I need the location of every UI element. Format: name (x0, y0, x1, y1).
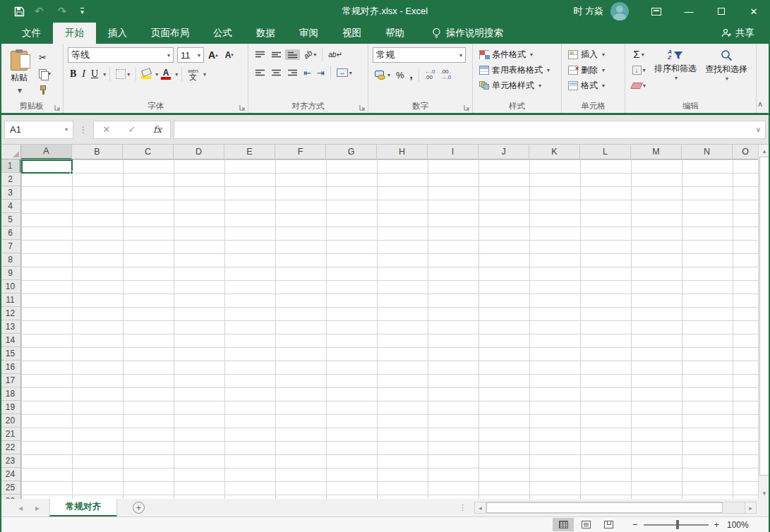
avatar[interactable] (610, 2, 629, 20)
align-center-button[interactable] (269, 68, 284, 78)
row-header-9[interactable]: 9 (0, 267, 20, 280)
zoom-in-icon[interactable]: + (714, 519, 720, 530)
row-header-19[interactable]: 19 (0, 401, 20, 414)
row-header-17[interactable]: 17 (0, 374, 20, 387)
vertical-scrollbar[interactable]: ▴ ▾ (758, 145, 770, 499)
align-bottom-button[interactable] (285, 49, 300, 60)
row-header-8[interactable]: 8 (0, 253, 20, 267)
scroll-left-icon[interactable]: ◂ (474, 502, 486, 514)
align-middle-button[interactable] (269, 49, 284, 60)
column-header-I[interactable]: I (428, 145, 479, 159)
normal-view-button[interactable] (553, 518, 574, 531)
zoom-slider[interactable] (644, 524, 709, 526)
row-header-25[interactable]: 25 (0, 481, 20, 495)
row-header-10[interactable]: 10 (0, 280, 20, 294)
comma-style-button[interactable]: , (408, 70, 415, 80)
wrap-text-button[interactable]: ab↵ (326, 49, 344, 60)
format-painter-button[interactable] (37, 83, 53, 97)
increase-indent-button[interactable]: ⇥ (315, 66, 327, 80)
underline-button[interactable]: U (89, 67, 100, 81)
format-cells-button[interactable]: 格式▾ (566, 78, 622, 93)
vertical-scroll-thumb[interactable] (759, 157, 769, 476)
row-header-21[interactable]: 21 (0, 428, 20, 441)
column-header-D[interactable]: D (174, 145, 224, 159)
column-header-H[interactable]: H (377, 145, 428, 159)
sheet-next-icon[interactable]: ▸ (35, 503, 40, 513)
merge-center-button[interactable]: ↔▾ (335, 67, 354, 78)
maximize-icon[interactable] (705, 0, 738, 23)
row-header-18[interactable]: 18 (0, 387, 20, 401)
row-header-12[interactable]: 12 (0, 307, 20, 320)
name-box-arrow-icon[interactable]: ▾ (65, 126, 68, 133)
selected-cell-a1[interactable] (21, 159, 73, 174)
column-header-B[interactable]: B (72, 145, 123, 159)
autosum-button[interactable]: Σ▾ (630, 47, 648, 61)
select-all-button[interactable] (0, 145, 21, 159)
sort-filter-button[interactable]: AZ 排序和筛选 ▾ (652, 47, 699, 92)
collapse-ribbon-icon[interactable]: ∧ (757, 99, 763, 109)
save-icon[interactable] (14, 6, 25, 17)
customize-qat-icon[interactable]: ▾ (80, 8, 84, 15)
tab-插入[interactable]: 插入 (96, 23, 139, 44)
tab-视图[interactable]: 视图 (330, 23, 373, 44)
paste-button[interactable]: 粘贴 ▾ (4, 47, 34, 97)
borders-button[interactable]: ▾ (114, 68, 132, 80)
column-header-L[interactable]: L (580, 145, 631, 159)
column-header-O[interactable]: O (733, 145, 758, 159)
row-header-22[interactable]: 22 (0, 441, 20, 454)
align-left-button[interactable] (253, 68, 267, 78)
horizontal-scrollbar[interactable]: ◂ ▸ (474, 502, 757, 514)
row-header-14[interactable]: 14 (0, 334, 20, 347)
align-top-button[interactable] (253, 49, 267, 60)
font-name-combo[interactable]: 等线▾ (68, 47, 174, 63)
zoom-out-icon[interactable]: − (632, 519, 638, 530)
column-header-M[interactable]: M (631, 145, 682, 159)
cells-area[interactable] (21, 159, 758, 499)
bold-button[interactable]: B (68, 67, 78, 81)
expand-formula-bar-icon[interactable]: ∨ (756, 126, 761, 133)
column-header-K[interactable]: K (529, 145, 580, 159)
cell-styles-button[interactable]: 单元格样式▾ (477, 78, 558, 93)
row-header-1[interactable]: 1 (0, 159, 21, 173)
tab-bar-resizer-icon[interactable]: ⋮ (459, 499, 467, 516)
fill-color-button[interactable] (140, 68, 152, 80)
formula-bar-resizer-icon[interactable]: ⋮ (73, 125, 93, 135)
clear-button[interactable]: ▾ (630, 78, 648, 92)
insert-cells-button[interactable]: 插入▾ (566, 47, 622, 62)
tab-审阅[interactable]: 审阅 (287, 23, 330, 44)
column-header-A[interactable]: A (21, 145, 72, 159)
clipboard-dialog-launcher-icon[interactable] (54, 104, 61, 111)
delete-cells-button[interactable]: ×删除▾ (566, 63, 622, 78)
row-header-20[interactable]: 20 (0, 414, 20, 428)
formula-input[interactable]: ∨ (174, 121, 766, 139)
row-header-24[interactable]: 24 (0, 468, 20, 481)
column-header-N[interactable]: N (682, 145, 733, 159)
row-header-23[interactable]: 23 (0, 454, 20, 468)
shrink-font-button[interactable]: A▾ (222, 50, 236, 60)
align-right-button[interactable] (285, 68, 300, 78)
sheet-tab-常规对齐[interactable]: 常规对齐 (49, 499, 117, 516)
accounting-format-button[interactable]: ▾ (373, 69, 392, 81)
number-format-combo[interactable]: 常规▾ (373, 47, 466, 63)
alignment-dialog-launcher-icon[interactable] (359, 104, 366, 111)
insert-function-icon[interactable]: fx (145, 124, 170, 135)
column-header-G[interactable]: G (326, 145, 377, 159)
row-header-2[interactable]: 2 (0, 173, 20, 186)
user-name[interactable]: 时 方焱 (573, 5, 603, 18)
font-dialog-launcher-icon[interactable] (239, 104, 246, 111)
grow-font-button[interactable]: A▴ (205, 49, 221, 61)
row-header-5[interactable]: 5 (0, 213, 20, 226)
tab-开始[interactable]: 开始 (53, 23, 96, 44)
name-box[interactable]: A1▾ (4, 121, 73, 139)
row-header-6[interactable]: 6 (0, 226, 20, 240)
italic-button[interactable]: I (80, 67, 88, 81)
column-header-F[interactable]: F (275, 145, 326, 159)
undo-icon[interactable]: ↶▾ (35, 5, 48, 18)
page-break-view-button[interactable] (598, 518, 619, 531)
scroll-up-icon[interactable]: ▴ (759, 145, 770, 157)
find-select-button[interactable]: 查找和选择 ▾ (703, 47, 750, 92)
row-header-13[interactable]: 13 (0, 320, 20, 334)
decrease-decimal-button[interactable]: .00→.0 (438, 68, 453, 82)
orientation-button[interactable]: ab▾ (301, 49, 318, 60)
horizontal-scroll-thumb[interactable] (486, 502, 723, 513)
